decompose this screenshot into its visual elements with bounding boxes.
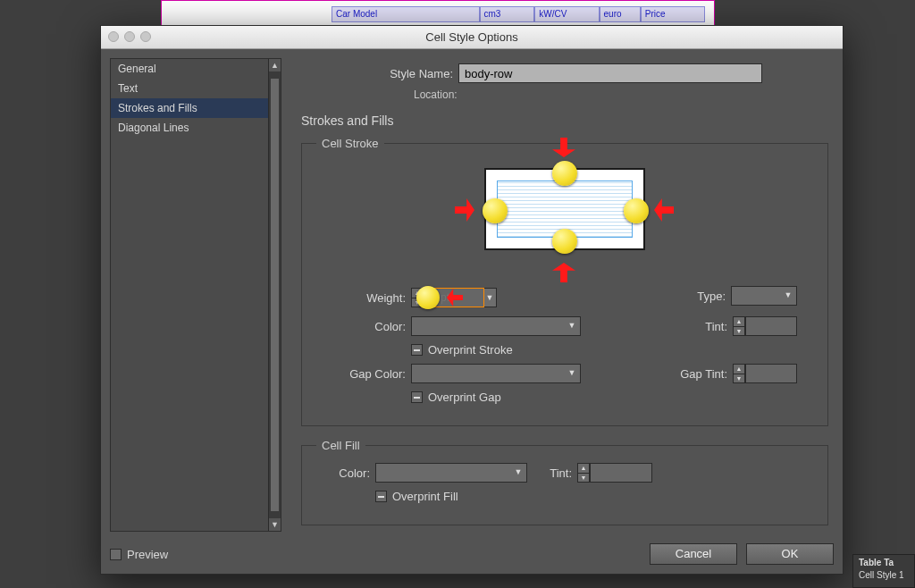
- dialog-title: Cell Style Options: [425, 30, 517, 44]
- scroll-up-icon[interactable]: ▲: [269, 59, 281, 71]
- scroll-down-icon[interactable]: ▼: [269, 518, 281, 531]
- overprint-stroke-label: Overprint Stroke: [428, 343, 513, 357]
- bg-col-model: Car Model: [332, 6, 480, 22]
- style-name-label: Style Name:: [301, 67, 453, 80]
- window-min-dot[interactable]: [124, 31, 135, 42]
- overprint-stroke-checkbox[interactable]: [411, 344, 423, 356]
- cell-styles-panel-stub[interactable]: Table Ta Cell Style 1: [852, 554, 915, 588]
- weight-dropdown-button[interactable]: ▼: [483, 288, 497, 307]
- bg-col-cm3: cm3: [480, 6, 535, 22]
- preview-label: Preview: [127, 548, 168, 561]
- preview-checkbox[interactable]: [110, 549, 122, 560]
- arrow-top-icon: [552, 138, 575, 157]
- fill-tint-stepper[interactable]: ▲▼: [577, 463, 590, 483]
- edge-right-handle[interactable]: [624, 198, 649, 223]
- gap-tint-input[interactable]: [745, 364, 797, 383]
- stroke-color-combo[interactable]: ▼: [411, 316, 581, 336]
- category-sidebar: General Text Strokes and Fills Diagonal …: [110, 58, 281, 532]
- edge-left-handle[interactable]: [483, 198, 508, 223]
- cell-fill-legend: Cell Fill: [316, 439, 365, 452]
- fill-color-label: Color:: [316, 466, 370, 480]
- stroke-tint-input[interactable]: [745, 316, 797, 336]
- cell-stroke-group: Cell Stroke: [301, 137, 828, 426]
- edge-top-handle[interactable]: [552, 161, 577, 186]
- dialog-titlebar[interactable]: Cell Style Options: [101, 26, 843, 49]
- gap-color-label: Gap Color:: [316, 367, 406, 381]
- sidebar-item-diagonal-lines[interactable]: Diagonal Lines: [111, 118, 281, 138]
- style-name-input[interactable]: [458, 63, 762, 83]
- cancel-button[interactable]: Cancel: [650, 543, 737, 565]
- sidebar-item-general[interactable]: General: [111, 59, 281, 79]
- bg-col-kw: kW/CV: [534, 6, 599, 22]
- window-zoom-dot[interactable]: [140, 31, 151, 42]
- overprint-fill-checkbox[interactable]: [375, 491, 387, 502]
- cell-stroke-legend: Cell Stroke: [316, 137, 384, 150]
- ok-button[interactable]: OK: [746, 543, 834, 565]
- fill-tint-label: Tint:: [527, 466, 572, 480]
- type-combo[interactable]: ▼: [731, 286, 797, 306]
- location-label: Location:: [414, 88, 458, 101]
- stroke-color-label: Color:: [316, 320, 406, 333]
- weight-label: Weight:: [316, 291, 406, 305]
- weight-highlight-handle[interactable]: [416, 286, 440, 309]
- panel-tabs[interactable]: Table Ta: [859, 558, 909, 567]
- type-label: Type:: [697, 290, 726, 303]
- main-panel: Style Name: Location: Strokes and Fills …: [281, 58, 834, 565]
- cell-fill-group: Cell Fill Color: ▼ Tint: ▲▼ Overprint Fi…: [301, 439, 828, 525]
- sidebar-item-strokes-fills[interactable]: Strokes and Fills: [111, 98, 281, 118]
- gap-tint-stepper[interactable]: ▲▼: [733, 364, 745, 383]
- fill-color-combo[interactable]: ▼: [375, 463, 527, 483]
- stroke-tint-label: Tint:: [705, 320, 727, 333]
- bg-col-euro: euro: [600, 6, 641, 22]
- background-document: Car Model cm3 kW/CV euro Price: [161, 0, 715, 27]
- scroll-thumb[interactable]: [271, 79, 279, 511]
- bg-col-price: Price: [641, 6, 705, 22]
- overprint-gap-checkbox[interactable]: [411, 391, 423, 403]
- stroke-tint-stepper[interactable]: ▲▼: [733, 316, 745, 336]
- panel-row[interactable]: Cell Style 1: [859, 570, 909, 580]
- overprint-gap-label: Overprint Gap: [428, 391, 501, 404]
- arrow-left-icon: [455, 198, 474, 222]
- gap-color-combo[interactable]: ▼: [411, 364, 581, 383]
- fill-tint-input[interactable]: [590, 463, 652, 483]
- arrow-right-icon: [654, 198, 674, 222]
- cell-style-options-dialog: Cell Style Options General Text Strokes …: [100, 25, 844, 575]
- edge-bottom-handle[interactable]: [552, 229, 577, 254]
- sidebar-item-text[interactable]: Text: [111, 79, 281, 98]
- overprint-fill-label: Overprint Fill: [392, 490, 458, 503]
- arrow-bottom-icon: [552, 263, 575, 282]
- section-title: Strokes and Fills: [301, 113, 828, 128]
- window-close-dot[interactable]: [108, 31, 119, 42]
- gap-tint-label: Gap Tint:: [680, 367, 727, 381]
- sidebar-scrollbar[interactable]: ▲ ▼: [268, 59, 281, 531]
